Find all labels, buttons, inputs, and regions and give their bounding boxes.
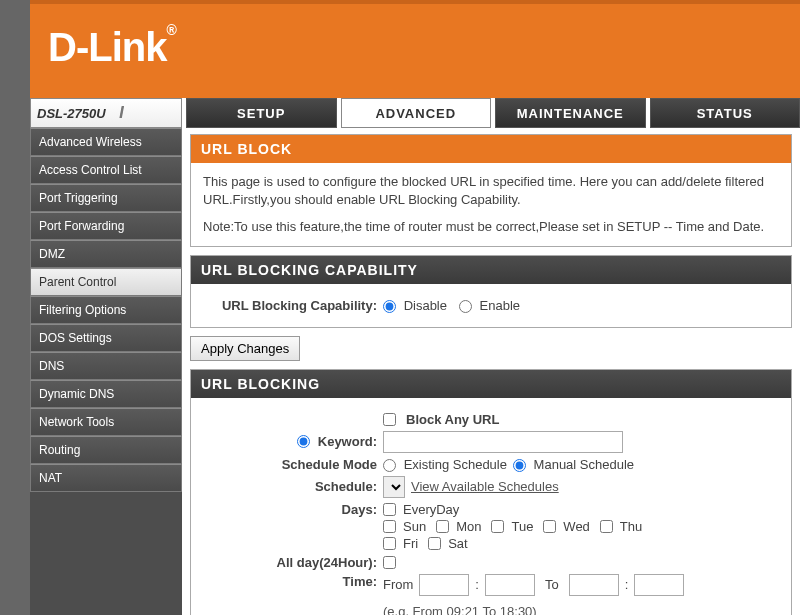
schedule-mode-label: Schedule Mode: [203, 457, 383, 472]
keyword-radio[interactable]: [297, 435, 310, 448]
existing-schedule-option[interactable]: Existing Schedule: [383, 457, 507, 472]
sidebar-item-access-control-list[interactable]: Access Control List: [30, 156, 182, 184]
panel-capability-title: URL BLOCKING CAPABILITY: [191, 256, 791, 284]
capability-enable-option[interactable]: Enable: [459, 298, 520, 313]
time-hint: (e.g. From 09:21 To 18:30): [383, 604, 537, 615]
day-tue-checkbox[interactable]: [491, 520, 504, 533]
day-wed[interactable]: Wed: [543, 519, 590, 534]
block-any-row: Block Any URL: [203, 412, 779, 427]
capability-disable-radio[interactable]: [383, 300, 396, 313]
tab-status[interactable]: STATUS: [650, 98, 801, 128]
sidebar-item-dynamic-dns[interactable]: Dynamic DNS: [30, 380, 182, 408]
days-group: EveryDay Sun Mon Tue Wed Thu Fri Sat: [383, 502, 683, 551]
sidebar-item-dos-settings[interactable]: DOS Settings: [30, 324, 182, 352]
day-wed-checkbox[interactable]: [543, 520, 556, 533]
panel-urlblocking-body: Block Any URL Keyword:: [191, 398, 791, 615]
time-label: Time:: [203, 574, 383, 589]
schedule-row: Schedule: View Available Schedules: [203, 476, 779, 498]
capability-values: Disable Enable: [383, 298, 779, 313]
existing-schedule-text: Existing Schedule: [404, 457, 507, 472]
panel-urlblock-title: URL BLOCK: [191, 135, 791, 163]
tab-bar: DSL-2750U // SETUP ADVANCED MAINTENANCE …: [30, 98, 800, 128]
urlblock-desc1: This page is used to configure the block…: [203, 173, 779, 208]
sidebar-item-dns[interactable]: DNS: [30, 352, 182, 380]
sidebar-item-port-forwarding[interactable]: Port Forwarding: [30, 212, 182, 240]
time-colon-2: :: [625, 577, 629, 592]
outer-margin: [0, 0, 30, 615]
main-panel: URL BLOCK This page is used to configure…: [182, 128, 800, 615]
capability-disable-text: Disable: [404, 298, 447, 313]
day-mon-checkbox[interactable]: [436, 520, 449, 533]
capability-disable-option[interactable]: Disable: [383, 298, 447, 313]
time-from-hour-input[interactable]: [419, 574, 469, 596]
allday-row: All day(24Hour):: [203, 555, 779, 570]
sidebar-item-parent-control[interactable]: Parent Control: [30, 268, 182, 296]
view-schedules-link[interactable]: View Available Schedules: [411, 479, 559, 494]
manual-schedule-option[interactable]: Manual Schedule: [513, 457, 634, 472]
capability-row: URL Blocking Capability: Disable Enable: [203, 298, 779, 313]
allday-label: All day(24Hour):: [203, 555, 383, 570]
day-everyday-checkbox[interactable]: [383, 503, 396, 516]
day-everyday[interactable]: EveryDay: [383, 502, 683, 517]
keyword-row: Keyword:: [203, 431, 779, 453]
time-colon-1: :: [475, 577, 479, 592]
time-to-label: To: [545, 577, 559, 592]
tab-maintenance[interactable]: MAINTENANCE: [495, 98, 646, 128]
brand-mark: ®: [166, 22, 175, 38]
day-fri-checkbox[interactable]: [383, 537, 396, 550]
schedule-label: Schedule:: [203, 479, 383, 494]
day-sun-checkbox[interactable]: [383, 520, 396, 533]
day-tue[interactable]: Tue: [491, 519, 533, 534]
tab-advanced[interactable]: ADVANCED: [341, 98, 492, 128]
sidebar-item-filtering-options[interactable]: Filtering Options: [30, 296, 182, 324]
time-from-label: From: [383, 577, 413, 592]
sidebar: Advanced Wireless Access Control List Po…: [30, 128, 182, 615]
panel-urlblocking-title: URL BLOCKING: [191, 370, 791, 398]
schedule-mode-row: Schedule Mode Existing Schedule Manual S…: [203, 457, 779, 472]
tab-setup[interactable]: SETUP: [186, 98, 337, 128]
panel-urlblock-intro: URL BLOCK This page is used to configure…: [190, 134, 792, 247]
time-to-hour-input[interactable]: [569, 574, 619, 596]
time-to-min-input[interactable]: [634, 574, 684, 596]
capability-enable-radio[interactable]: [459, 300, 472, 313]
panel-capability-body: URL Blocking Capability: Disable Enable: [191, 284, 791, 327]
time-from-min-input[interactable]: [485, 574, 535, 596]
time-row: Time: From : To :: [203, 574, 779, 615]
day-mon[interactable]: Mon: [436, 519, 481, 534]
sidebar-item-routing[interactable]: Routing: [30, 436, 182, 464]
day-fri[interactable]: Fri: [383, 536, 418, 551]
app-frame: D-Link® DSL-2750U // SETUP ADVANCED MAIN…: [0, 0, 800, 615]
block-any-label: Block Any URL: [406, 412, 499, 427]
keyword-input[interactable]: [383, 431, 623, 453]
schedule-select[interactable]: [383, 476, 405, 498]
sidebar-item-advanced-wireless[interactable]: Advanced Wireless: [30, 128, 182, 156]
urlblock-desc2: Note:To use this feature,the time of rou…: [203, 218, 779, 236]
sidebar-item-network-tools[interactable]: Network Tools: [30, 408, 182, 436]
brand-header: D-Link®: [30, 0, 800, 98]
allday-checkbox[interactable]: [383, 556, 396, 569]
panel-urlblock-body: This page is used to configure the block…: [191, 163, 791, 246]
day-sat-checkbox[interactable]: [428, 537, 441, 550]
day-sun[interactable]: Sun: [383, 519, 426, 534]
day-sat[interactable]: Sat: [428, 536, 468, 551]
capability-label: URL Blocking Capability:: [203, 298, 383, 313]
model-badge: DSL-2750U //: [30, 98, 182, 128]
model-text: DSL-2750U: [37, 106, 106, 121]
keyword-label: Keyword:: [318, 434, 377, 449]
manual-schedule-text: Manual Schedule: [534, 457, 634, 472]
day-thu-checkbox[interactable]: [600, 520, 613, 533]
panel-urlblocking: URL BLOCKING Block Any URL: [190, 369, 792, 615]
time-group: From : To :: [383, 574, 684, 596]
brand-logo: D-Link®: [48, 22, 176, 70]
apply-changes-button[interactable]: Apply Changes: [190, 336, 300, 361]
day-thu[interactable]: Thu: [600, 519, 642, 534]
sidebar-item-dmz[interactable]: DMZ: [30, 240, 182, 268]
days-label: Days:: [203, 502, 383, 517]
manual-schedule-radio[interactable]: [513, 459, 526, 472]
existing-schedule-radio[interactable]: [383, 459, 396, 472]
block-any-checkbox[interactable]: [383, 413, 396, 426]
sidebar-item-port-triggering[interactable]: Port Triggering: [30, 184, 182, 212]
body-row: Advanced Wireless Access Control List Po…: [30, 128, 800, 615]
sidebar-item-nat[interactable]: NAT: [30, 464, 182, 492]
brand-text: D-Link: [48, 25, 166, 69]
